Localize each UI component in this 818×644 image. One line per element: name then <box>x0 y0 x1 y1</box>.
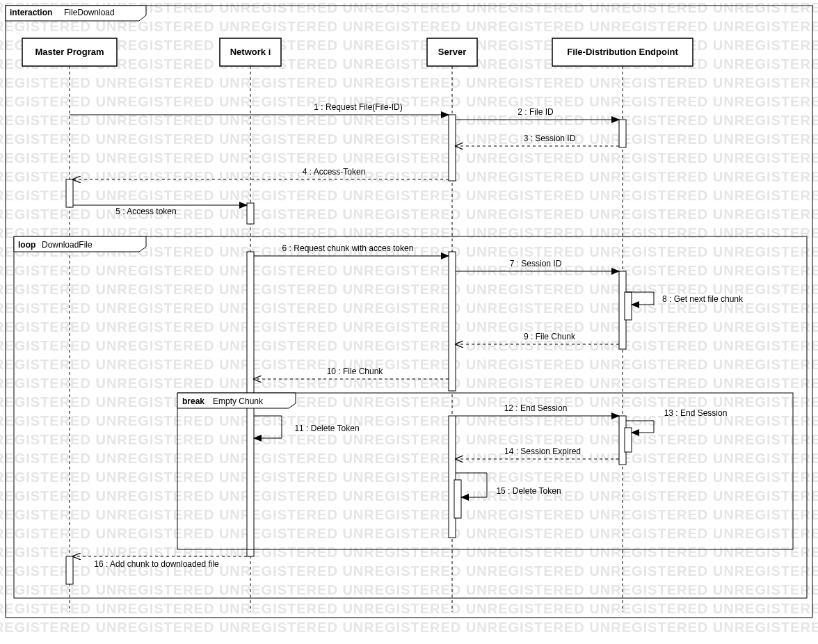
activation-endpoint-break-self <box>625 428 632 452</box>
svg-text:11 : Delete Token: 11 : Delete Token <box>294 424 359 433</box>
activation-server-self <box>454 480 461 518</box>
svg-text:3 : Session ID: 3 : Session ID <box>524 134 576 143</box>
svg-text:8 : Get next file chunk: 8 : Get next file chunk <box>662 294 744 304</box>
interaction-name: FileDownload <box>64 8 115 17</box>
svg-text:Network i: Network i <box>230 47 271 57</box>
svg-text:2 : File ID: 2 : File ID <box>518 107 554 117</box>
activation-master-1 <box>66 179 73 207</box>
msg-11 <box>254 416 282 438</box>
svg-text:1 : Request File(File-ID): 1 : Request File(File-ID) <box>314 102 402 112</box>
activation-server-1 <box>449 115 456 181</box>
svg-text:DownloadFile: DownloadFile <box>42 240 93 250</box>
interaction-keyword: interaction <box>10 8 52 17</box>
svg-text:9 : File Chunk: 9 : File Chunk <box>524 332 576 341</box>
svg-text:6 : Request chunk with acces t: 6 : Request chunk with acces token <box>282 243 414 253</box>
activation-endpoint-self <box>625 292 632 320</box>
activation-master-16 <box>66 556 73 584</box>
sequence-diagram: interaction FileDownload Master Program … <box>0 0 818 644</box>
svg-text:13 : End Session: 13 : End Session <box>664 408 728 418</box>
svg-text:7 : Session ID: 7 : Session ID <box>510 259 562 268</box>
svg-text:14 : Session Expired: 14 : Session Expired <box>504 446 581 456</box>
svg-text:10 : File Chunk: 10 : File Chunk <box>327 367 384 376</box>
svg-text:15 : Delete Token: 15 : Delete Token <box>496 486 561 496</box>
activation-network-1 <box>247 203 254 224</box>
svg-text:Empty Chunk: Empty Chunk <box>213 396 264 406</box>
svg-text:12 : End Session: 12 : End Session <box>504 403 568 413</box>
svg-text:16 : Add chunk to downloaded f: 16 : Add chunk to downloaded file <box>94 559 219 569</box>
svg-text:Master Program: Master Program <box>35 47 104 57</box>
activation-server-loop <box>449 252 456 391</box>
activation-server-break <box>449 416 456 538</box>
svg-text:4 : Access-Token: 4 : Access-Token <box>303 167 366 177</box>
activation-endpoint-1 <box>619 120 626 147</box>
svg-text:5 : Access token: 5 : Access token <box>115 207 176 216</box>
loop-keyword: loop <box>18 240 35 250</box>
svg-text:File-Distribution Endpoint: File-Distribution Endpoint <box>567 47 678 57</box>
svg-text:Server: Server <box>438 47 466 57</box>
interaction-frame <box>6 6 812 618</box>
break-keyword: break <box>182 396 205 406</box>
